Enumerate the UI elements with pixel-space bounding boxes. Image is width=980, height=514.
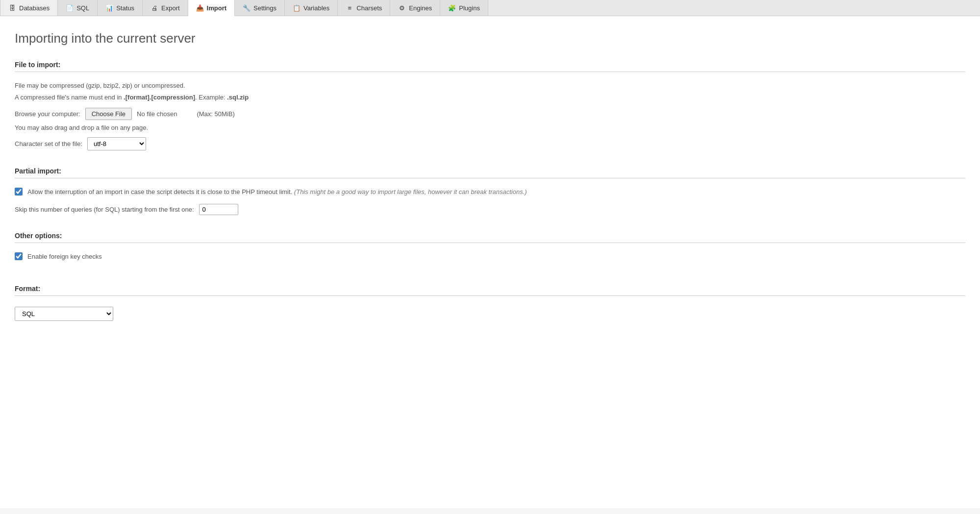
tab-charsets[interactable]: ≡ Charsets <box>338 0 390 16</box>
tab-status[interactable]: 📊 Status <box>98 0 143 16</box>
foreign-key-label: Enable foreign key checks <box>27 252 102 262</box>
format-select[interactable]: SQL CSV CSV using LOAD DATA ODS OpenDocu… <box>15 307 113 321</box>
tab-export-label: Export <box>161 4 180 12</box>
allow-interruption-text: Allow the interruption of an import in c… <box>27 188 292 196</box>
allow-interruption-row: Allow the interruption of an import in c… <box>15 187 965 197</box>
file-to-import-header: File to import: <box>15 61 965 72</box>
info-line1: File may be compressed (gzip, bzip2, zip… <box>15 82 185 89</box>
tab-charsets-label: Charsets <box>356 4 382 12</box>
file-browse-row: Browse your computer: Choose File No fil… <box>15 108 965 120</box>
skip-queries-label: Skip this number of queries (for SQL) st… <box>15 206 194 213</box>
format-section: Format: SQL CSV CSV using LOAD DATA ODS … <box>15 285 965 323</box>
sql-icon: 📄 <box>66 4 74 12</box>
tab-settings[interactable]: 🔧 Settings <box>235 0 285 16</box>
allow-interruption-checkbox[interactable] <box>15 188 23 196</box>
charset-select[interactable]: utf-8 utf-16 latin1 ascii <box>87 137 146 150</box>
allow-interruption-label: Allow the interruption of an import in c… <box>27 187 527 197</box>
engines-icon: ⚙ <box>398 4 406 12</box>
partial-import-body: Allow the interruption of an import in c… <box>15 185 965 217</box>
import-icon: 📥 <box>196 4 204 12</box>
tab-settings-label: Settings <box>253 4 276 12</box>
max-size-text: (Max: 50MiB) <box>197 110 234 118</box>
choose-file-button[interactable]: Choose File <box>85 108 132 120</box>
foreign-key-row: Enable foreign key checks <box>15 252 965 262</box>
tab-sql[interactable]: 📄 SQL <box>58 0 98 16</box>
no-file-text: No file chosen <box>137 110 177 118</box>
tab-variables-label: Variables <box>303 4 329 12</box>
charset-label: Character set of the file: <box>15 140 82 147</box>
variables-icon: 📋 <box>293 4 301 12</box>
databases-icon: 🗄 <box>8 4 16 12</box>
tab-databases-label: Databases <box>19 4 50 12</box>
charsets-icon: ≡ <box>346 4 353 12</box>
foreign-key-checkbox[interactable] <box>15 252 23 260</box>
browse-label: Browse your computer: <box>15 110 80 118</box>
format-header: Format: <box>15 285 965 296</box>
info-line2-format: .[format].[compression] <box>124 94 195 101</box>
tab-sql-label: SQL <box>76 4 89 12</box>
tab-import-label: Import <box>207 4 226 12</box>
tab-engines[interactable]: ⚙ Engines <box>390 0 440 16</box>
export-icon: 🖨 <box>151 4 158 12</box>
compression-info: File may be compressed (gzip, bzip2, zip… <box>15 81 965 91</box>
plugins-icon: 🧩 <box>448 4 456 12</box>
other-options-body: Enable foreign key checks <box>15 250 965 270</box>
info-line2-prefix: A compressed file's name must end in <box>15 94 124 101</box>
status-icon: 📊 <box>105 4 113 12</box>
tab-export[interactable]: 🖨 Export <box>143 0 188 16</box>
tab-import[interactable]: 📥 Import <box>188 0 235 16</box>
format-body: SQL CSV CSV using LOAD DATA ODS OpenDocu… <box>15 303 965 323</box>
charset-row: Character set of the file: utf-8 utf-16 … <box>15 137 965 150</box>
tab-status-label: Status <box>116 4 134 12</box>
other-options-header: Other options: <box>15 232 965 243</box>
tab-variables[interactable]: 📋 Variables <box>285 0 338 16</box>
drag-drop-text: You may also drag and drop a file on any… <box>15 124 965 131</box>
tab-plugins-label: Plugins <box>459 4 480 12</box>
tab-plugins[interactable]: 🧩 Plugins <box>440 0 488 16</box>
skip-queries-row: Skip this number of queries (for SQL) st… <box>15 204 965 215</box>
partial-import-header: Partial import: <box>15 167 965 178</box>
info-line2-middle: . Example: <box>195 94 227 101</box>
file-to-import-section: File to import: File may be compressed (… <box>15 61 965 152</box>
page-title: Importing into the current server <box>15 31 965 46</box>
navigation-tabs: 🗄 Databases 📄 SQL 📊 Status 🖨 Export 📥 Im… <box>0 0 980 16</box>
skip-queries-input[interactable] <box>199 204 238 215</box>
compressed-format-info: A compressed file's name must end in .[f… <box>15 93 965 102</box>
settings-icon: 🔧 <box>243 4 251 12</box>
info-line2-example: .sql.zip <box>227 94 249 101</box>
tab-databases[interactable]: 🗄 Databases <box>0 0 58 16</box>
partial-import-section: Partial import: Allow the interruption o… <box>15 167 965 217</box>
tab-engines-label: Engines <box>409 4 432 12</box>
file-to-import-body: File may be compressed (gzip, bzip2, zip… <box>15 79 965 152</box>
other-options-section: Other options: Enable foreign key checks <box>15 232 965 270</box>
main-content: Importing into the current server File t… <box>0 16 980 508</box>
allow-interruption-note: (This might be a good way to import larg… <box>294 188 527 196</box>
